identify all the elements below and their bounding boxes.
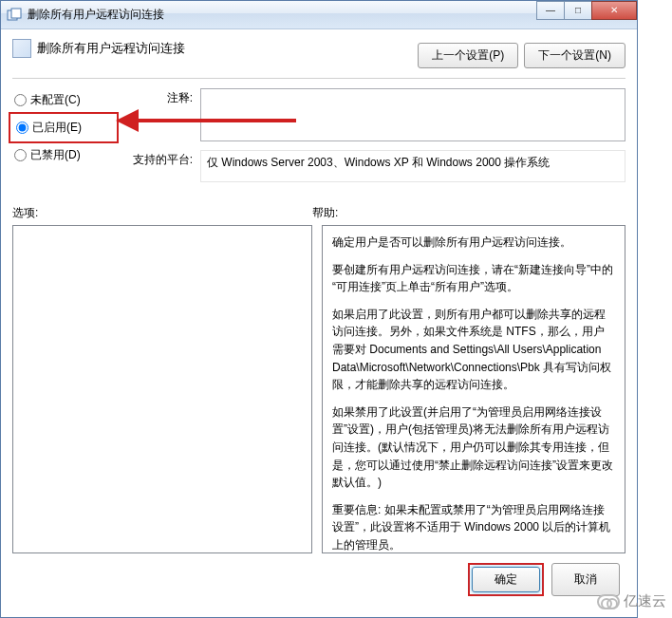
ok-button[interactable]: 确定 [472, 567, 540, 592]
svg-rect-1 [11, 9, 21, 18]
comment-label: 注释: [128, 88, 200, 144]
next-setting-button[interactable]: 下一个设置(N) [524, 43, 625, 68]
comment-input[interactable] [200, 88, 625, 141]
state-radio-group: 未配置(C) 已启用(E) 已禁用(D) [12, 88, 119, 188]
divider [12, 78, 625, 79]
help-p2: 要创建所有用户远程访问连接，请在“新建连接向导”中的“可用连接”页上单击“所有用… [332, 261, 615, 296]
options-panel [12, 225, 312, 553]
watermark-icon [597, 594, 620, 609]
help-panel: 确定用户是否可以删除所有用户远程访问连接。 要创建所有用户远程访问连接，请在“新… [322, 225, 625, 553]
maximize-button[interactable]: □ [564, 1, 592, 20]
window-buttons: — □ ✕ [536, 1, 637, 20]
radio-not-configured[interactable]: 未配置(C) [12, 88, 119, 112]
client-area: 删除所有用户远程访问连接 上一个设置(P) 下一个设置(N) 未配置(C) 已启… [1, 29, 637, 617]
ok-highlight: 确定 [468, 563, 544, 596]
previous-setting-button[interactable]: 上一个设置(P) [418, 43, 518, 68]
help-p3: 如果启用了此设置，则所有用户都可以删除共享的远程访问连接。另外，如果文件系统是 … [332, 306, 615, 394]
policy-icon [12, 39, 31, 58]
close-button[interactable]: ✕ [591, 1, 637, 20]
radio-disabled[interactable]: 已禁用(D) [12, 143, 119, 167]
help-label: 帮助: [312, 205, 338, 221]
policy-dialog-window: 删除所有用户远程访问连接 — □ ✕ 删除所有用户远程访问连接 上一个设置(P)… [0, 0, 638, 618]
radio-enabled-input[interactable] [16, 122, 28, 134]
radio-disabled-label: 已禁用(D) [30, 147, 81, 163]
options-label: 选项: [12, 205, 312, 221]
radio-not-configured-input[interactable] [14, 94, 27, 106]
help-p1: 确定用户是否可以删除所有用户远程访问连接。 [332, 234, 615, 252]
supported-on-label: 支持的平台: [128, 150, 200, 182]
cancel-button[interactable]: 取消 [551, 563, 620, 596]
dialog-footer: 确定 取消 [12, 553, 625, 596]
enabled-highlight: 已启用(E) [9, 112, 119, 143]
watermark: 亿速云 [597, 592, 666, 610]
help-p5: 重要信息: 如果未配置或禁用了“为管理员启用网络连接设置”，此设置将不适用于 W… [332, 501, 615, 553]
minimize-button[interactable]: — [536, 1, 565, 20]
watermark-text: 亿速云 [624, 592, 666, 610]
supported-on-value: 仅 Windows Server 2003、Windows XP 和 Windo… [200, 150, 625, 182]
radio-enabled[interactable]: 已启用(E) [14, 116, 113, 140]
help-p4: 如果禁用了此设置(并启用了“为管理员启用网络连接设置”设置)，用户(包括管理员)… [332, 403, 615, 492]
radio-disabled-input[interactable] [14, 149, 27, 161]
system-icon [7, 8, 22, 23]
titlebar: 删除所有用户远程访问连接 — □ ✕ [1, 1, 637, 29]
radio-not-configured-label: 未配置(C) [30, 92, 81, 108]
policy-title: 删除所有用户远程访问连接 [37, 40, 185, 57]
radio-enabled-label: 已启用(E) [32, 120, 82, 136]
window-title: 删除所有用户远程访问连接 [28, 7, 536, 23]
